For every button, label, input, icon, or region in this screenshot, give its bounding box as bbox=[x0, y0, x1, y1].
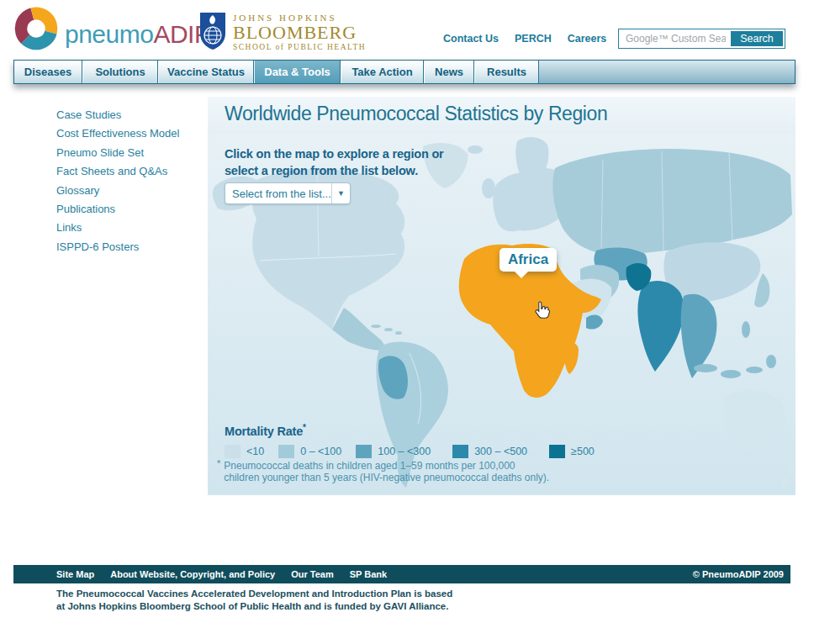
sidebar-item-isppd6-posters[interactable]: ISPPD-6 Posters bbox=[56, 240, 179, 253]
search-input[interactable] bbox=[621, 31, 731, 46]
sidebar-item-publications[interactable]: Publications bbox=[56, 203, 179, 215]
legend-item: 100 – <300 bbox=[356, 445, 431, 458]
legend-swatch bbox=[278, 445, 294, 458]
jhsph-shield-icon bbox=[198, 12, 227, 50]
region-select-value: Select from the list... bbox=[225, 187, 331, 200]
search-box: Search bbox=[618, 29, 785, 49]
footer-bar: Site Map About Website, Copyright, and P… bbox=[13, 565, 790, 583]
tab-diseases[interactable]: Diseases bbox=[14, 61, 82, 83]
nav-filler bbox=[539, 61, 795, 83]
pneumoadip-wordmark: pneumoADIP bbox=[65, 20, 210, 49]
content-panel: Worldwide Pneumococcal Statistics by Reg… bbox=[208, 97, 796, 495]
sidebar-item-pneumo-slide-set[interactable]: Pneumo Slide Set bbox=[56, 146, 179, 159]
perch-link[interactable]: PERCH bbox=[515, 33, 552, 45]
jhsph-logo[interactable]: JOHNS HOPKINS BLOOMBERG SCHOOL of PUBLIC… bbox=[198, 12, 366, 52]
contact-us-link[interactable]: Contact Us bbox=[443, 33, 499, 45]
legend-item: <10 bbox=[225, 445, 264, 458]
jhsph-wordmark: JOHNS HOPKINS BLOOMBERG SCHOOL of PUBLIC… bbox=[233, 12, 366, 52]
footer-link-about[interactable]: About Website, Copyright, and Policy bbox=[110, 569, 275, 579]
legend-swatch bbox=[356, 445, 372, 458]
page-header: pneumoADIP JOHNS HOPKINS BLOOMBERG SCHOO… bbox=[0, 0, 814, 59]
copyright-notice: © PneumoADIP 2009 bbox=[693, 569, 784, 579]
sidebar-item-cost-effectiveness-model[interactable]: Cost Effectiveness Model bbox=[56, 127, 179, 140]
footer-blurb: The Pneumococcal Vaccines Accelerated De… bbox=[56, 588, 452, 613]
sidebar-item-links[interactable]: Links bbox=[56, 221, 179, 234]
legend-item: 0 – <100 bbox=[278, 445, 341, 458]
map-legend: Mortality Rate* <10 0 – <100 100 – <300 … bbox=[225, 423, 616, 458]
chevron-down-icon[interactable]: ▼ bbox=[331, 183, 350, 203]
pneumoadip-logo[interactable]: pneumoADIP bbox=[13, 6, 210, 51]
tab-vaccine-status[interactable]: Vaccine Status bbox=[158, 61, 254, 83]
map-tooltip: Africa bbox=[500, 248, 557, 272]
footer-link-our-team[interactable]: Our Team bbox=[291, 569, 334, 579]
page-title: Worldwide Pneumococcal Statistics by Reg… bbox=[225, 103, 607, 125]
main-nav: Diseases Solutions Vaccine Status Data &… bbox=[13, 60, 796, 84]
hand-cursor-icon bbox=[534, 301, 551, 319]
legend-item: ≥500 bbox=[549, 445, 595, 458]
tab-news[interactable]: News bbox=[424, 61, 474, 83]
tab-results[interactable]: Results bbox=[474, 61, 539, 83]
legend-footnote: * Pneumococcal deaths in children aged 1… bbox=[217, 461, 549, 483]
map-instructions: Click on the map to explore a region or … bbox=[225, 145, 444, 179]
region-select-dropdown[interactable]: Select from the list... ▼ bbox=[225, 182, 351, 204]
header-links: Contact Us PERCH Careers bbox=[443, 33, 606, 45]
legend-swatch bbox=[549, 445, 565, 458]
footer-link-site-map[interactable]: Site Map bbox=[56, 569, 94, 579]
tab-take-action[interactable]: Take Action bbox=[341, 61, 424, 83]
sidebar-item-case-studies[interactable]: Case Studies bbox=[56, 108, 179, 121]
tab-data-and-tools[interactable]: Data & Tools bbox=[254, 61, 341, 83]
legend-swatch bbox=[225, 445, 240, 458]
legend-swatch bbox=[452, 445, 468, 458]
search-button[interactable]: Search bbox=[731, 31, 783, 46]
sidebar: Case Studies Cost Effectiveness Model Pn… bbox=[56, 108, 179, 259]
legend-item: 300 – <500 bbox=[452, 445, 527, 458]
pneumoadip-ring-icon bbox=[13, 6, 59, 51]
careers-link[interactable]: Careers bbox=[568, 33, 607, 45]
sidebar-item-fact-sheets[interactable]: Fact Sheets and Q&As bbox=[56, 165, 179, 177]
tab-solutions[interactable]: Solutions bbox=[82, 61, 158, 83]
sidebar-item-glossary[interactable]: Glossary bbox=[56, 184, 179, 197]
footer-link-sp-bank[interactable]: SP Bank bbox=[350, 569, 387, 579]
legend-title: Mortality Rate* bbox=[225, 423, 616, 438]
